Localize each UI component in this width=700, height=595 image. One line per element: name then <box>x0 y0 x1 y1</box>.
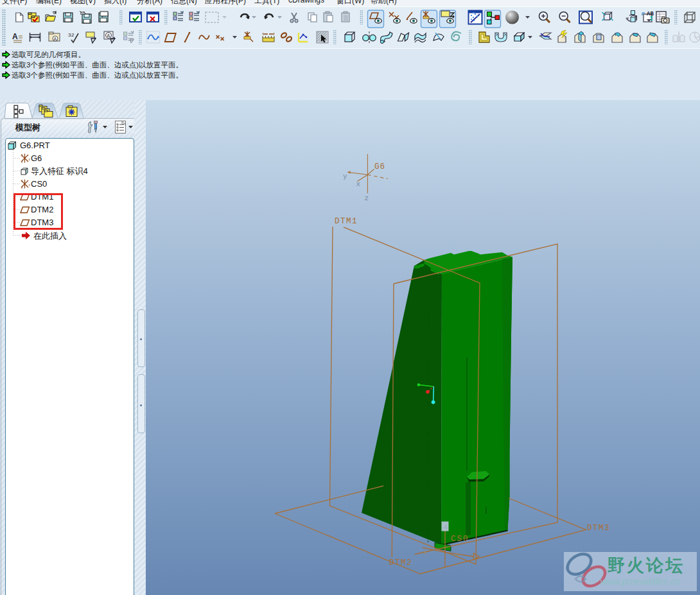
svg-text:DTM1: DTM1 <box>335 217 358 226</box>
svg-text:CS0: CS0 <box>31 179 47 189</box>
svg-text:32: 32 <box>68 32 74 38</box>
svg-text:4: 4 <box>443 524 448 531</box>
svg-text:DTM3: DTM3 <box>587 524 610 533</box>
svg-text:A: A <box>12 32 18 41</box>
svg-text:G6.PRT: G6.PRT <box>20 141 50 150</box>
svg-text:z: z <box>365 194 369 202</box>
svg-text:y: y <box>343 173 347 180</box>
svg-text:CS0: CS0 <box>451 535 469 544</box>
svg-text:A: A <box>54 37 57 41</box>
svg-text:A: A <box>107 33 110 38</box>
svg-text:在此插入: 在此插入 <box>33 231 67 241</box>
svg-text:G6: G6 <box>31 153 42 163</box>
svg-text:x: x <box>423 549 428 556</box>
svg-text:y: y <box>455 551 460 558</box>
svg-text:AB: AB <box>647 11 654 17</box>
svg-text:DTM2: DTM2 <box>389 558 412 567</box>
svg-text:导入特征 标识4: 导入特征 标识4 <box>31 166 88 176</box>
svg-text:G6: G6 <box>374 162 385 171</box>
svg-text:x: x <box>356 180 361 188</box>
